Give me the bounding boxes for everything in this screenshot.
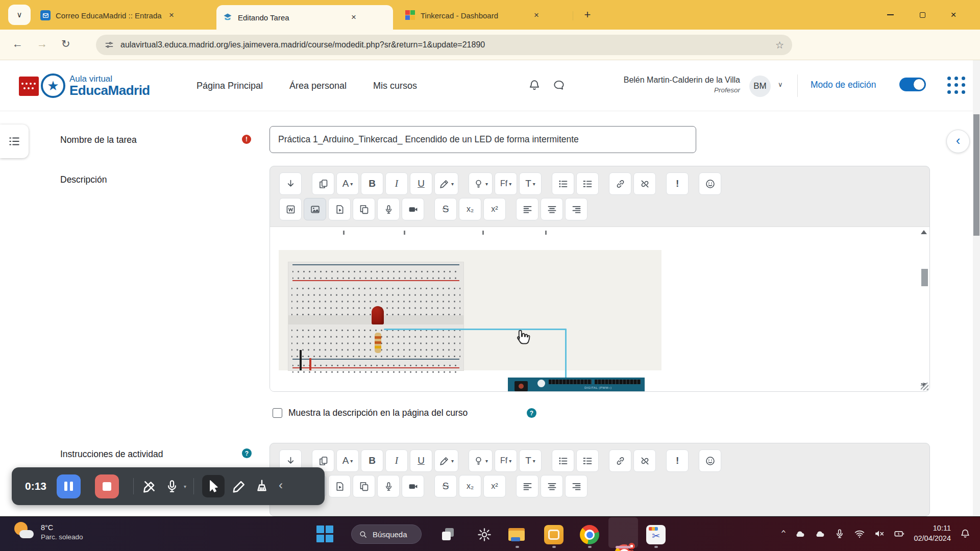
close-icon[interactable]: × (533, 10, 540, 20)
page-scrollbar-thumb[interactable] (973, 114, 979, 236)
underline-button[interactable]: U (410, 449, 432, 472)
bullet-list-button[interactable] (552, 172, 574, 195)
edit-mode-toggle[interactable] (899, 78, 926, 91)
align-left-button[interactable] (516, 198, 538, 220)
description-editor-content[interactable]: DIGITAL (PWM~) (270, 227, 929, 391)
messages-chat-icon[interactable] (552, 79, 566, 92)
bullet-list-button[interactable] (552, 449, 574, 472)
snipping-tool-icon[interactable]: ✂ (646, 525, 666, 544)
link-button[interactable] (609, 449, 631, 472)
editor-resize-handle[interactable] (921, 383, 928, 390)
site-logo[interactable]: Aula virtual EducaMadrid (69, 74, 150, 97)
strikethrough-button[interactable]: S (434, 198, 457, 220)
paste-button[interactable] (312, 172, 334, 195)
emoticon-button[interactable] (699, 449, 721, 472)
warning-button[interactable]: ! (666, 172, 689, 195)
site-settings-icon[interactable] (104, 40, 114, 50)
tray-expand-icon[interactable]: ^ (781, 529, 786, 538)
apps-grid-icon[interactable] (947, 77, 967, 95)
bold-button[interactable]: B (361, 172, 383, 195)
assignment-name-input[interactable] (270, 126, 696, 153)
select-cursor-tool-button[interactable] (202, 475, 225, 497)
emoticon-button[interactable] (699, 172, 721, 195)
taskbar-search[interactable]: Búsqueda (351, 524, 422, 544)
taskbar-weather-widget[interactable]: 8°C Parc. soleado (13, 521, 83, 543)
align-center-button[interactable] (541, 198, 563, 220)
taskbar-clock[interactable]: 10:11 02/04/2024 (914, 523, 951, 543)
close-icon[interactable]: × (168, 10, 175, 20)
file-explorer-icon[interactable] (507, 525, 527, 544)
show-description-checkbox[interactable] (273, 408, 282, 418)
nav-pagina-principal[interactable]: Página Principal (197, 60, 263, 111)
insert-media-button[interactable] (328, 475, 351, 497)
avatar[interactable]: BM (749, 76, 771, 97)
link-button[interactable] (609, 172, 631, 195)
window-minimize-button[interactable] (883, 8, 897, 21)
onedrive-gray-cloud-icon[interactable] (794, 528, 805, 539)
window-restore-button[interactable] (915, 8, 929, 21)
italic-button[interactable]: I (385, 449, 408, 472)
course-index-drawer-button[interactable] (0, 124, 29, 158)
tray-microphone-icon[interactable] (834, 528, 845, 539)
font-style-button[interactable]: A▾ (336, 172, 359, 195)
copy-button[interactable] (353, 475, 375, 497)
subscript-button[interactable]: x₂ (459, 198, 481, 220)
brush-button[interactable]: ▾ (434, 449, 458, 472)
onedrive-blue-cloud-icon[interactable] (814, 528, 825, 539)
microphone-icon[interactable] (164, 479, 180, 494)
tab-correo[interactable]: Correo EducaMadrid :: Entrada × (34, 5, 204, 26)
strikethrough-button[interactable]: S (434, 475, 457, 497)
align-center-button[interactable] (541, 475, 563, 497)
underline-button[interactable]: U (410, 172, 432, 195)
align-right-button[interactable] (565, 198, 587, 220)
yellow-app-icon[interactable] (544, 525, 564, 544)
back-button[interactable]: ← (12, 38, 23, 50)
help-icon[interactable]: ? (242, 448, 252, 458)
record-audio-button[interactable] (377, 198, 400, 220)
record-video-button[interactable] (402, 198, 424, 220)
font-style-button[interactable]: A▾ (336, 449, 359, 472)
mic-dropdown-icon[interactable]: ▾ (184, 484, 186, 489)
word-import-button[interactable] (279, 198, 302, 220)
volume-muted-icon[interactable] (874, 528, 885, 539)
brush-button[interactable]: ▾ (434, 172, 458, 195)
subscript-button[interactable]: x₂ (459, 475, 481, 497)
nav-mis-cursos[interactable]: Mis cursos (373, 60, 417, 111)
pause-recording-button[interactable] (57, 474, 81, 498)
numbered-list-button[interactable] (576, 449, 599, 472)
numbered-list-button[interactable] (576, 172, 599, 195)
notifications-bell-icon[interactable] (960, 528, 971, 539)
bookmark-star-icon[interactable]: ☆ (775, 39, 784, 51)
tab-editando-tarea[interactable]: Editando Tarea × (216, 5, 393, 30)
collapse-toolbar-chevron[interactable]: ‹ (279, 478, 283, 494)
insert-image-button[interactable] (304, 198, 326, 220)
user-menu-chevron-icon[interactable]: ∨ (778, 81, 783, 88)
nav-area-personal[interactable]: Área personal (289, 60, 347, 111)
settings-gear-icon[interactable] (477, 527, 492, 542)
italic-button[interactable]: I (385, 172, 408, 195)
tab-search-button[interactable]: ∨ (8, 5, 31, 25)
url-text[interactable]: aulavirtual3.educa.madrid.org/ies.jaimev… (120, 40, 770, 49)
help-icon[interactable]: ? (527, 408, 536, 418)
stop-recording-button[interactable] (95, 474, 119, 498)
superscript-button[interactable]: x² (483, 475, 506, 497)
unlink-button[interactable] (633, 172, 656, 195)
block-drawer-open-button[interactable]: ‹ (946, 130, 970, 153)
window-close-button[interactable]: × (946, 8, 961, 21)
warning-button[interactable]: ! (666, 449, 689, 472)
lightbulb-button[interactable]: ▾ (469, 449, 493, 472)
circuit-image[interactable]: DIGITAL (PWM~) (279, 250, 662, 370)
bold-button[interactable]: B (361, 449, 383, 472)
tab-tinkercad[interactable]: Tinkercad - Dashboard × (399, 5, 568, 26)
align-left-button[interactable] (516, 475, 538, 497)
annotation-off-icon[interactable] (142, 479, 157, 494)
align-right-button[interactable] (565, 475, 587, 497)
task-view-button[interactable] (442, 528, 455, 541)
chrome-icon[interactable] (580, 525, 599, 544)
font-family-button[interactable]: Ff▾ (495, 172, 517, 195)
start-button[interactable] (316, 525, 334, 543)
wifi-icon[interactable] (854, 528, 865, 539)
reload-button[interactable]: ↻ (61, 38, 70, 50)
close-icon[interactable]: × (350, 12, 357, 22)
copy-button[interactable] (353, 198, 375, 220)
